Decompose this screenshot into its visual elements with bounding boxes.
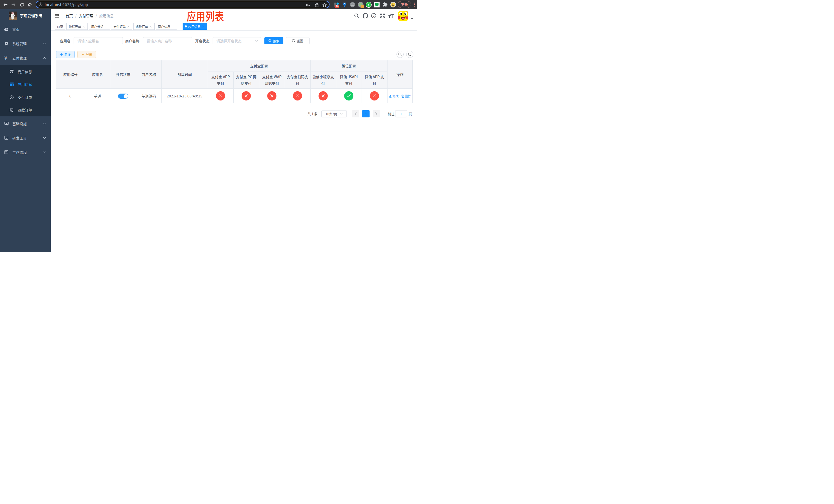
- svg-text:?: ?: [373, 14, 374, 17]
- svg-text:Y: Y: [368, 3, 370, 7]
